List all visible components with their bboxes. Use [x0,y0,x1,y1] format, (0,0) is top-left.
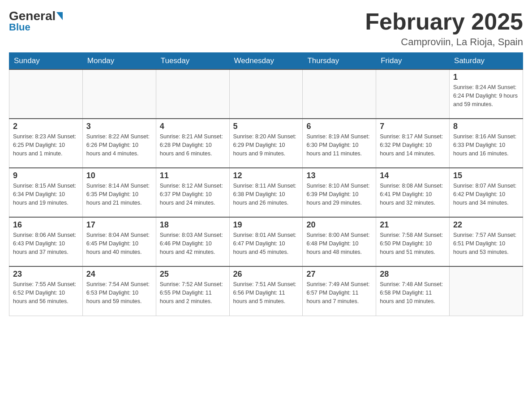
day-info: Sunrise: 7:49 AM Sunset: 6:57 PM Dayligh… [306,280,372,305]
day-info: Sunrise: 7:48 AM Sunset: 6:58 PM Dayligh… [380,280,446,305]
day-number: 23 [13,270,79,279]
calendar-cell: 28Sunrise: 7:48 AM Sunset: 6:58 PM Dayli… [376,266,450,316]
day-number: 9 [13,171,79,180]
day-header-tuesday: Tuesday [156,53,229,70]
calendar-cell: 11Sunrise: 8:12 AM Sunset: 6:37 PM Dayli… [156,168,229,217]
day-info: Sunrise: 7:51 AM Sunset: 6:56 PM Dayligh… [233,280,299,305]
day-number: 17 [86,220,152,230]
day-header-thursday: Thursday [303,53,376,70]
day-number: 6 [306,122,372,131]
day-info: Sunrise: 8:06 AM Sunset: 6:43 PM Dayligh… [13,231,79,256]
calendar-cell [229,69,303,119]
calendar-cell: 7Sunrise: 8:17 AM Sunset: 6:32 PM Daylig… [376,119,450,168]
calendar-cell [450,266,523,316]
day-number: 26 [233,270,299,279]
day-header-saturday: Saturday [450,53,523,70]
calendar-cell: 20Sunrise: 8:00 AM Sunset: 6:48 PM Dayli… [303,217,376,266]
day-info: Sunrise: 8:11 AM Sunset: 6:38 PM Dayligh… [233,182,299,207]
calendar-cell [156,69,229,119]
day-info: Sunrise: 8:12 AM Sunset: 6:37 PM Dayligh… [160,182,226,207]
calendar-cell: 26Sunrise: 7:51 AM Sunset: 6:56 PM Dayli… [229,266,303,316]
calendar-cell: 8Sunrise: 8:16 AM Sunset: 6:33 PM Daylig… [450,119,523,168]
day-header-sunday: Sunday [9,53,83,70]
day-info: Sunrise: 7:57 AM Sunset: 6:51 PM Dayligh… [453,231,519,256]
day-info: Sunrise: 8:14 AM Sunset: 6:35 PM Dayligh… [86,182,152,207]
day-number: 8 [453,122,519,131]
day-info: Sunrise: 8:19 AM Sunset: 6:30 PM Dayligh… [306,133,372,158]
day-info: Sunrise: 7:55 AM Sunset: 6:52 PM Dayligh… [13,280,79,305]
day-header-monday: Monday [82,53,156,70]
calendar-cell: 4Sunrise: 8:21 AM Sunset: 6:28 PM Daylig… [156,119,229,168]
day-number: 4 [160,122,226,131]
day-info: Sunrise: 7:54 AM Sunset: 6:53 PM Dayligh… [86,280,152,305]
calendar-cell: 1Sunrise: 8:24 AM Sunset: 6:24 PM Daylig… [450,69,523,119]
week-row-3: 9Sunrise: 8:15 AM Sunset: 6:34 PM Daylig… [9,168,523,217]
week-row-5: 23Sunrise: 7:55 AM Sunset: 6:52 PM Dayli… [9,266,523,316]
day-number: 16 [13,220,79,230]
calendar-cell: 16Sunrise: 8:06 AM Sunset: 6:43 PM Dayli… [9,217,83,266]
day-info: Sunrise: 8:23 AM Sunset: 6:25 PM Dayligh… [13,133,79,158]
day-number: 18 [160,220,226,230]
day-number: 15 [453,171,519,180]
calendar-cell: 19Sunrise: 8:01 AM Sunset: 6:47 PM Dayli… [229,217,303,266]
calendar-cell: 13Sunrise: 8:10 AM Sunset: 6:39 PM Dayli… [303,168,376,217]
day-number: 27 [306,270,372,279]
calendar-cell: 9Sunrise: 8:15 AM Sunset: 6:34 PM Daylig… [9,168,83,217]
day-number: 20 [306,220,372,230]
week-row-4: 16Sunrise: 8:06 AM Sunset: 6:43 PM Dayli… [9,217,523,266]
calendar-cell: 17Sunrise: 8:04 AM Sunset: 6:45 PM Dayli… [82,217,156,266]
day-number: 11 [160,171,226,180]
day-number: 3 [86,122,152,131]
day-number: 24 [86,270,152,279]
calendar-cell: 25Sunrise: 7:52 AM Sunset: 6:55 PM Dayli… [156,266,229,316]
calendar-cell: 6Sunrise: 8:19 AM Sunset: 6:30 PM Daylig… [303,119,376,168]
calendar-cell: 27Sunrise: 7:49 AM Sunset: 6:57 PM Dayli… [303,266,376,316]
day-number: 28 [380,270,446,279]
page-header: General Blue February 2025 Camproviin, L… [9,9,523,48]
day-number: 12 [233,171,299,180]
week-row-1: 1Sunrise: 8:24 AM Sunset: 6:24 PM Daylig… [9,69,523,119]
calendar-cell [9,69,83,119]
day-info: Sunrise: 8:20 AM Sunset: 6:29 PM Dayligh… [233,133,299,158]
title-area: February 2025 Camproviin, La Rioja, Spai… [365,9,523,48]
day-info: Sunrise: 8:24 AM Sunset: 6:24 PM Dayligh… [453,83,519,108]
calendar-cell [376,69,450,119]
calendar-cell: 18Sunrise: 8:03 AM Sunset: 6:46 PM Dayli… [156,217,229,266]
day-info: Sunrise: 8:00 AM Sunset: 6:48 PM Dayligh… [306,231,372,256]
day-info: Sunrise: 8:08 AM Sunset: 6:41 PM Dayligh… [380,182,446,207]
logo-triangle-icon [56,12,63,20]
calendar-cell: 14Sunrise: 8:08 AM Sunset: 6:41 PM Dayli… [376,168,450,217]
day-info: Sunrise: 8:22 AM Sunset: 6:26 PM Dayligh… [86,133,152,158]
day-info: Sunrise: 8:15 AM Sunset: 6:34 PM Dayligh… [13,182,79,207]
day-info: Sunrise: 8:10 AM Sunset: 6:39 PM Dayligh… [306,182,372,207]
calendar-table: SundayMondayTuesdayWednesdayThursdayFrid… [9,52,523,316]
day-info: Sunrise: 8:16 AM Sunset: 6:33 PM Dayligh… [453,133,519,158]
calendar-cell: 24Sunrise: 7:54 AM Sunset: 6:53 PM Dayli… [82,266,156,316]
day-number: 19 [233,220,299,230]
day-number: 1 [453,73,519,82]
calendar-cell: 5Sunrise: 8:20 AM Sunset: 6:29 PM Daylig… [229,119,303,168]
day-number: 13 [306,171,372,180]
day-number: 25 [160,270,226,279]
calendar-cell: 22Sunrise: 7:57 AM Sunset: 6:51 PM Dayli… [450,217,523,266]
day-number: 14 [380,171,446,180]
calendar-cell: 12Sunrise: 8:11 AM Sunset: 6:38 PM Dayli… [229,168,303,217]
month-title: February 2025 [365,9,523,34]
day-info: Sunrise: 8:04 AM Sunset: 6:45 PM Dayligh… [86,231,152,256]
calendar-cell: 15Sunrise: 8:07 AM Sunset: 6:42 PM Dayli… [450,168,523,217]
day-header-wednesday: Wednesday [229,53,303,70]
calendar-header-row: SundayMondayTuesdayWednesdayThursdayFrid… [9,53,523,70]
location-subtitle: Camproviin, La Rioja, Spain [365,36,523,48]
day-info: Sunrise: 8:01 AM Sunset: 6:47 PM Dayligh… [233,231,299,256]
day-info: Sunrise: 7:52 AM Sunset: 6:55 PM Dayligh… [160,280,226,305]
day-info: Sunrise: 8:17 AM Sunset: 6:32 PM Dayligh… [380,133,446,158]
day-header-friday: Friday [376,53,450,70]
day-info: Sunrise: 8:07 AM Sunset: 6:42 PM Dayligh… [453,182,519,207]
week-row-2: 2Sunrise: 8:23 AM Sunset: 6:25 PM Daylig… [9,119,523,168]
day-number: 5 [233,122,299,131]
day-info: Sunrise: 7:58 AM Sunset: 6:50 PM Dayligh… [380,231,446,256]
calendar-cell: 2Sunrise: 8:23 AM Sunset: 6:25 PM Daylig… [9,119,83,168]
day-number: 7 [380,122,446,131]
calendar-cell: 21Sunrise: 7:58 AM Sunset: 6:50 PM Dayli… [376,217,450,266]
calendar-cell [82,69,156,119]
